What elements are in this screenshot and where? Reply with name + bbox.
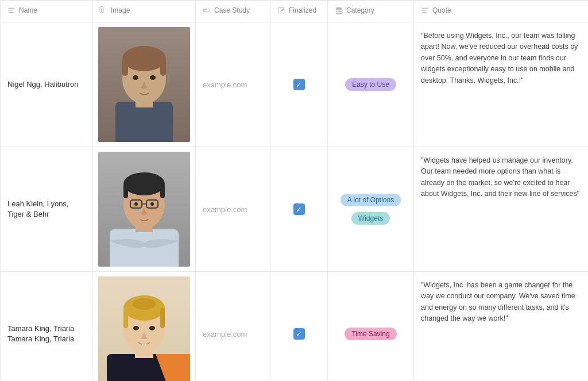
col-header-name[interactable]: Name: [1, 1, 92, 22]
cell-quote: "Before using Widgets, Inc., our team wa…: [414, 22, 589, 147]
quote-text: "Widgets have helped us manage our inven…: [421, 155, 581, 200]
person-name: Leah Klein, Lyons, Tiger & Behr: [7, 199, 68, 218]
cell-category: A lot of OptionsWidgets: [328, 147, 414, 272]
person-name: Nigel Ngg, Halibutron: [7, 80, 79, 88]
text-icon-2: [421, 6, 429, 14]
svg-rect-1: [9, 10, 13, 10]
svg-rect-15: [110, 229, 179, 267]
svg-point-14: [150, 75, 156, 80]
category-badge: Easy to Use: [345, 78, 396, 91]
quote-text: "Widgets, Inc. has been a game changer f…: [421, 280, 581, 325]
category-badge: Widgets: [351, 212, 390, 225]
category-badge: Time Saving: [345, 328, 396, 340]
svg-point-18: [123, 172, 165, 195]
link-icon: [203, 6, 211, 14]
cell-finalized: ✓: [270, 22, 328, 147]
checkmark-icon[interactable]: ✓: [293, 203, 305, 215]
svg-rect-12: [160, 59, 166, 76]
category-badge: A lot of Options: [341, 194, 401, 206]
attachment-icon: [99, 6, 107, 14]
cell-category: Time Saving: [328, 272, 414, 382]
quote-text: "Before using Widgets, Inc., our team wa…: [421, 30, 581, 86]
svg-rect-7: [115, 102, 173, 142]
case-study-link[interactable]: example.com: [203, 205, 247, 214]
svg-rect-2: [9, 12, 14, 13]
svg-point-33: [133, 298, 156, 310]
checkmark-icon[interactable]: ✓: [293, 79, 305, 90]
svg-rect-31: [123, 308, 128, 328]
data-table: Name Image Cas: [0, 0, 588, 381]
cell-finalized: ✓: [270, 147, 328, 272]
svg-rect-19: [123, 184, 128, 198]
table-row: Nigel Ngg, Halibutron example.com✓Easy t…: [1, 22, 589, 147]
svg-point-13: [133, 75, 138, 80]
cell-case-study: example.com: [196, 272, 270, 382]
col-header-finalized[interactable]: Finalized: [270, 1, 328, 22]
col-header-case-study[interactable]: Case Study: [196, 1, 270, 22]
cell-name: Leah Klein, Lyons, Tiger & Behr: [1, 147, 92, 272]
cell-name: Tamara King, Triaria Tamara King, Triari…: [1, 272, 92, 382]
svg-point-34: [133, 326, 139, 330]
svg-point-10: [122, 46, 166, 71]
svg-point-24: [134, 202, 138, 206]
case-study-link[interactable]: example.com: [203, 330, 247, 338]
cell-finalized: ✓: [270, 272, 328, 382]
svg-point-3: [336, 7, 342, 10]
svg-rect-5: [422, 10, 427, 10]
cell-category: Easy to Use: [328, 22, 414, 147]
svg-point-25: [150, 202, 154, 206]
cell-case-study: example.com: [196, 147, 270, 272]
col-header-category[interactable]: Category: [328, 1, 414, 22]
cell-quote: "Widgets have helped us manage our inven…: [414, 147, 589, 272]
case-study-link[interactable]: example.com: [203, 80, 247, 89]
checkmark-icon[interactable]: ✓: [293, 328, 305, 340]
checkbox-icon: [277, 6, 285, 14]
svg-rect-11: [122, 59, 128, 76]
table-row: Leah Klein, Lyons, Tiger & Behr ex: [1, 147, 589, 272]
cell-quote: "Widgets, Inc. has been a game changer f…: [414, 272, 589, 382]
svg-point-35: [149, 326, 155, 330]
text-icon: [7, 6, 16, 14]
svg-rect-0: [9, 8, 15, 9]
col-header-image[interactable]: Image: [92, 1, 196, 22]
table-header-row: Name Image Cas: [1, 1, 589, 22]
cell-image: [92, 147, 196, 272]
svg-rect-20: [160, 184, 165, 198]
db-icon: [335, 6, 343, 14]
cell-image: [92, 22, 196, 147]
cell-name: Nigel Ngg, Halibutron: [1, 22, 92, 147]
person-name: Tamara King, Triaria Tamara King, Triari…: [7, 324, 74, 343]
svg-rect-4: [422, 8, 428, 9]
svg-rect-6: [422, 12, 427, 13]
cell-image: [92, 272, 196, 382]
col-header-quote[interactable]: Quote: [414, 1, 589, 22]
svg-rect-32: [160, 308, 165, 328]
table-row: Tamara King, Triaria Tamara King, Triari…: [1, 272, 589, 382]
cell-case-study: example.com: [196, 22, 270, 147]
